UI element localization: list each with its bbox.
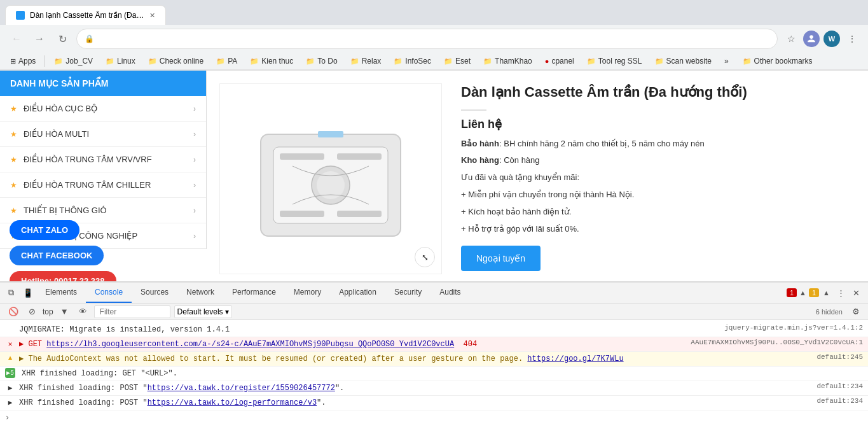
product-image-container: ⤡ xyxy=(219,83,442,274)
bookmark-star-button[interactable]: ☆ xyxy=(783,31,799,47)
menu-star-icon: ★ xyxy=(10,181,17,190)
tab-console[interactable]: Console xyxy=(86,283,132,303)
back-button[interactable]: ← xyxy=(8,30,25,48)
profile-icon[interactable] xyxy=(803,31,820,47)
menu-item-vrv-vrf[interactable]: ★ ĐIỀU HÒA TRUNG TÂM VRV/VRF › xyxy=(0,147,206,172)
tab-memory[interactable]: Memory xyxy=(285,283,330,303)
tab-performance[interactable]: Performance xyxy=(223,283,285,303)
console-row-xhr2: ▶ XHR finished loading: POST "https://va… xyxy=(0,381,868,396)
svg-rect-8 xyxy=(318,131,343,137)
extensions-button[interactable]: ⋮ xyxy=(844,31,860,47)
reload-button[interactable]: ↻ xyxy=(53,30,71,48)
menu-item-thong-gio[interactable]: ★ THIẾT BỊ THÔNG GIÓ › xyxy=(0,198,206,223)
bookmark-label: Scan website xyxy=(666,57,712,66)
bookmark-label: Tool reg SSL xyxy=(598,57,642,66)
devtools-more-button[interactable]: ⋮ xyxy=(834,286,848,300)
tab-elements[interactable]: Elements xyxy=(36,283,86,303)
console-row-xhr3: ▶ XHR finished loading: POST "https://va… xyxy=(0,396,868,410)
menu-arrow-icon: › xyxy=(193,232,196,241)
chat-facebook-button[interactable]: CHAT FACEBOOK xyxy=(10,246,104,265)
console-toolbar: 🚫 ⊘ top ▼ 👁 Default levels ▾ 6 hidden ⚙ xyxy=(0,304,868,320)
bookmark-todo[interactable]: 📁 To Do xyxy=(301,55,342,67)
bookmark-check-online[interactable]: 📁 Check online xyxy=(143,55,209,67)
ngoai-tuyen-button[interactable]: Ngoại tuyến xyxy=(461,246,541,271)
bookmark-relax[interactable]: 📁 Relax xyxy=(345,55,387,67)
menu-arrow-icon: › xyxy=(193,130,196,139)
tab-audits[interactable]: Audits xyxy=(431,283,469,303)
bookmark-thamkhao[interactable]: 📁 ThamKhao xyxy=(478,55,537,67)
svg-rect-6 xyxy=(280,211,324,217)
url-input[interactable]: https://dieuhoavn.com/san-pham/dan-lanh-… xyxy=(99,34,769,44)
console-source[interactable]: default:234 xyxy=(810,397,863,405)
folder-icon: 📁 xyxy=(216,57,225,66)
bookmark-kien-thuc[interactable]: 📁 Kien thuc xyxy=(245,55,298,67)
devtools-close-button[interactable]: ✕ xyxy=(850,286,863,300)
bookmark-pa[interactable]: 📁 PA xyxy=(211,55,242,67)
chat-zalo-button[interactable]: CHAT ZALO xyxy=(10,220,79,240)
bookmark-tool-reg-ssl[interactable]: 📁 Tool reg SSL xyxy=(582,55,647,67)
log-indicator: ▶ xyxy=(5,382,15,393)
svg-rect-7 xyxy=(337,211,382,217)
log-level-selector[interactable]: Default levels ▾ xyxy=(174,305,232,318)
console-source[interactable]: default:234 xyxy=(810,382,863,390)
other-bookmarks[interactable]: 📁 Other bookmarks xyxy=(738,55,818,67)
menu-item-dieu-hoa-multi[interactable]: ★ ĐIỀU HÒA MULTI › xyxy=(0,122,206,147)
toolbar-icons: ☆ W ⋮ xyxy=(783,31,860,47)
forward-button[interactable]: → xyxy=(31,30,48,48)
browser-chrome: Dàn lạnh Cassette Âm trần (Đa hướng thổi… xyxy=(0,0,868,71)
log-indicator: ▶5 xyxy=(5,368,15,378)
tab-sources[interactable]: Sources xyxy=(132,283,177,303)
menu-item-dieu-hoa-cuc-bo[interactable]: ★ ĐIỀU HÒA CỤC BỘ › xyxy=(0,96,206,122)
console-clear-button[interactable]: 🚫 xyxy=(5,305,22,318)
console-input[interactable] xyxy=(13,413,863,422)
tawk-register-link[interactable]: https://va.tawk.to/register/155902645777… xyxy=(148,384,335,393)
console-source[interactable]: default:245 xyxy=(810,353,863,361)
devtools-toggle-button[interactable]: ⧉ xyxy=(5,286,17,300)
tawk-log-link[interactable]: https://va.tawk.to/log-performance/v3 xyxy=(148,398,317,407)
tab-network[interactable]: Network xyxy=(177,283,223,303)
product-promo-title: Ưu đãi và quà tặng khuyển mãi: xyxy=(461,171,855,185)
bookmark-linux[interactable]: 📁 Linux xyxy=(100,55,141,67)
bookmark-eset[interactable]: 📁 Eset xyxy=(439,55,476,67)
separator xyxy=(45,55,45,67)
bookmark-label: To Do xyxy=(317,57,337,66)
product-contact: Liên hệ xyxy=(461,117,855,131)
menu-item-chiller[interactable]: ★ ĐIỀU HÒA TRUNG TÂM CHILLER › xyxy=(0,172,206,198)
sidebar-column: DANH MỤC SẢN PHẨM ★ ĐIỀU HÒA CỤC BỘ › ★ … xyxy=(0,71,207,281)
bookmark-apps[interactable]: ⊞ Apps xyxy=(5,55,41,67)
cpanel-icon: ● xyxy=(545,57,549,65)
devtools-mobile-button[interactable]: 📱 xyxy=(20,286,36,300)
active-tab[interactable]: Dàn lạnh Cassette Âm trần (Đa hướng thổi… xyxy=(5,5,166,25)
console-source[interactable]: AAuE7mAXMIOhvMSj90Pu..0OS0_Yvd1V2C0vcUA:… xyxy=(684,339,863,346)
error-url-link[interactable]: https://lh3.googleusercontent.com/a-/s24… xyxy=(46,340,454,349)
tab-favicon xyxy=(16,11,25,20)
bookmark-infosec[interactable]: 📁 InfoSec xyxy=(389,55,436,67)
zoom-button[interactable]: ⤡ xyxy=(415,247,435,267)
console-content: JQMIGRATE: Migrate is installed, version… xyxy=(0,320,868,434)
show-console-button[interactable]: 👁 xyxy=(76,305,90,318)
bookmark-cpanel[interactable]: ● cpanel xyxy=(540,55,579,67)
console-filter-input[interactable] xyxy=(94,305,170,318)
tab-close-button[interactable]: ✕ xyxy=(149,11,155,20)
folder-icon: 📁 xyxy=(444,57,453,66)
hotline-button[interactable]: Hotline: 09017 32 338 xyxy=(10,271,116,281)
bookmark-job-cv[interactable]: 📁 Job_CV xyxy=(49,55,98,67)
audio-context-link[interactable]: https://goo.gl/7K7WLu xyxy=(527,354,623,363)
address-bar[interactable]: 🔒 https://dieuhoavn.com/san-pham/dan-lan… xyxy=(76,29,778,49)
console-filter-button[interactable]: ⊘ xyxy=(25,305,39,318)
context-dropdown-button[interactable]: ▼ xyxy=(57,305,72,318)
console-source[interactable]: jquery-migrate.min.js?ver=1.4.1:2 xyxy=(718,324,863,332)
product-title: Dàn lạnh Cassette Âm trần (Đa hướng thổi… xyxy=(461,83,855,102)
tab-security[interactable]: Security xyxy=(385,283,431,303)
warning-count-badge: 1 xyxy=(809,288,819,297)
folder-icon: 📁 xyxy=(148,57,157,66)
console-settings-button[interactable]: ⚙ xyxy=(849,305,863,318)
bookmark-label: Kien thuc xyxy=(261,57,293,66)
bookmark-more-button[interactable]: » xyxy=(719,55,734,67)
apps-grid-icon: ⊞ xyxy=(10,57,16,66)
tab-application[interactable]: Application xyxy=(330,283,385,303)
bookmark-label: cpanel xyxy=(551,57,574,66)
wordpress-icon[interactable]: W xyxy=(823,31,840,47)
product-promo2: + Kích hoạt bảo hành điện tử. xyxy=(461,206,855,219)
bookmark-scan-website[interactable]: 📁 Scan website xyxy=(650,55,717,67)
